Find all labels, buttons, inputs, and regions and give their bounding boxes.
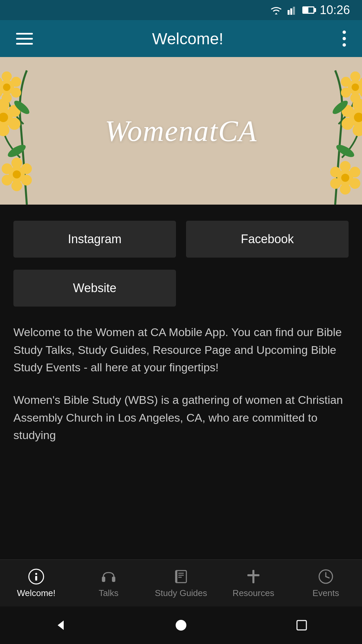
svg-rect-64 xyxy=(176,571,177,583)
nav-item-welcome[interactable]: Welcome! xyxy=(0,568,72,598)
more-options-button[interactable] xyxy=(343,31,346,47)
status-icons: 10:26 xyxy=(270,3,350,17)
svg-point-38 xyxy=(350,71,360,82)
book-icon xyxy=(172,568,190,585)
toolbar: Welcome! xyxy=(0,20,362,57)
svg-point-13 xyxy=(11,77,21,87)
description-paragraph-2: Women's Bible Study (WBS) is a gathering… xyxy=(13,391,349,444)
svg-point-49 xyxy=(340,184,351,195)
floral-left-decoration xyxy=(0,57,74,205)
svg-marker-70 xyxy=(58,621,64,630)
svg-point-6 xyxy=(8,118,20,130)
hero-banner: WomenatCA xyxy=(0,57,362,205)
battery-icon xyxy=(302,6,314,14)
system-navigation-bar xyxy=(0,606,362,644)
nav-label-study-guides: Study Guides xyxy=(155,588,207,598)
svg-point-50 xyxy=(330,178,341,189)
svg-rect-57 xyxy=(35,576,37,581)
svg-rect-1 xyxy=(290,8,292,15)
svg-point-47 xyxy=(350,167,360,177)
hamburger-menu-button[interactable] xyxy=(16,33,33,45)
svg-point-18 xyxy=(3,84,10,91)
svg-point-46 xyxy=(340,161,351,172)
nav-item-resources[interactable]: Resources xyxy=(217,568,290,598)
nav-label-resources: Resources xyxy=(233,588,274,598)
nav-item-talks[interactable]: Talks xyxy=(72,568,145,598)
info-circle-icon xyxy=(27,568,45,585)
status-bar: 10:26 xyxy=(0,0,362,20)
svg-point-7 xyxy=(0,124,9,136)
hero-brand-text: WomenatCA xyxy=(105,114,257,148)
svg-rect-66 xyxy=(247,574,259,576)
nav-item-study-guides[interactable]: Study Guides xyxy=(145,568,217,598)
svg-point-48 xyxy=(350,178,360,189)
svg-rect-58 xyxy=(102,577,105,582)
svg-point-56 xyxy=(35,573,37,575)
svg-point-12 xyxy=(2,71,12,82)
bottom-navigation: Welcome! Talks Study Guides xyxy=(0,559,362,606)
svg-line-69 xyxy=(326,577,329,578)
svg-point-23 xyxy=(11,180,22,191)
svg-rect-0 xyxy=(288,10,290,15)
svg-point-21 xyxy=(21,163,32,174)
nav-label-events: Events xyxy=(312,588,339,598)
website-button[interactable]: Website xyxy=(13,270,176,307)
description-paragraph-1: Welcome to the Women at CA Mobile App. Y… xyxy=(13,323,349,376)
svg-rect-72 xyxy=(297,621,306,630)
main-content: Instagram Facebook Website Welcome to th… xyxy=(0,205,362,475)
nav-label-welcome: Welcome! xyxy=(17,588,55,598)
back-button[interactable] xyxy=(50,615,70,635)
facebook-button[interactable]: Facebook xyxy=(186,221,349,258)
recents-button[interactable] xyxy=(292,615,312,635)
svg-point-15 xyxy=(2,93,12,103)
status-time: 10:26 xyxy=(320,3,350,17)
svg-point-34 xyxy=(342,118,354,130)
svg-point-25 xyxy=(2,163,12,174)
wifi-icon xyxy=(270,5,282,15)
toolbar-title: Welcome! xyxy=(152,30,224,48)
svg-rect-65 xyxy=(252,570,254,583)
clock-icon xyxy=(317,568,335,585)
signal-icon xyxy=(288,5,297,15)
instagram-button[interactable]: Instagram xyxy=(13,221,176,258)
svg-rect-2 xyxy=(293,7,295,15)
nav-item-events[interactable]: Events xyxy=(290,568,362,598)
headphones-icon xyxy=(100,568,117,585)
social-buttons-row: Instagram Facebook xyxy=(13,221,349,258)
svg-rect-59 xyxy=(112,577,115,582)
svg-point-51 xyxy=(330,167,341,177)
home-button[interactable] xyxy=(171,615,191,635)
svg-point-44 xyxy=(352,84,359,91)
svg-point-20 xyxy=(11,158,22,168)
svg-point-14 xyxy=(11,88,21,98)
floral-right-decoration xyxy=(288,57,362,205)
svg-point-42 xyxy=(341,88,351,98)
svg-point-43 xyxy=(341,77,351,87)
svg-point-33 xyxy=(353,124,362,136)
svg-point-71 xyxy=(176,620,186,631)
svg-point-41 xyxy=(350,93,360,103)
svg-point-22 xyxy=(21,175,32,185)
svg-point-24 xyxy=(2,175,12,185)
cross-icon xyxy=(245,568,262,585)
nav-label-talks: Talks xyxy=(99,588,118,598)
svg-point-52 xyxy=(341,174,349,182)
svg-point-26 xyxy=(13,170,21,178)
